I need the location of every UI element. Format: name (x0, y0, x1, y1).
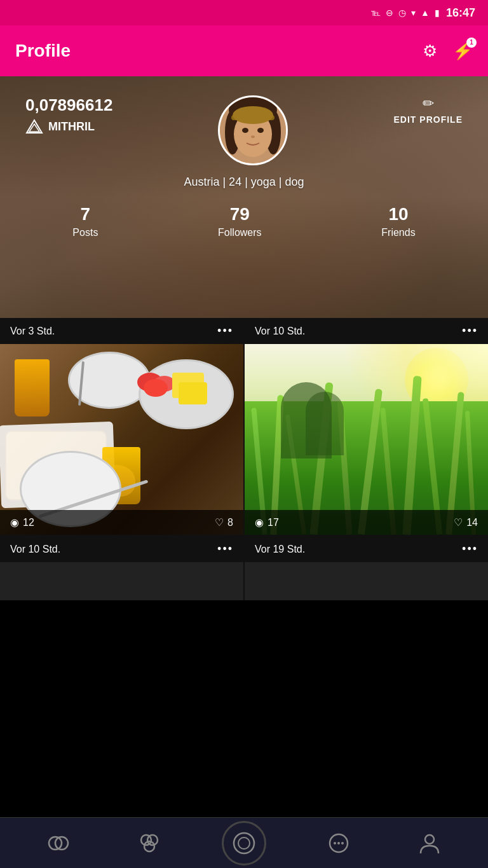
views-icon: ◉ (10, 516, 19, 528)
post-row-2: Vor 10 Std. ••• Vor 19 Std. ••• (0, 536, 488, 600)
post-4-time: Vor 19 Std. (255, 544, 305, 555)
person-icon (418, 832, 441, 855)
token-name: MITHRIL (48, 120, 95, 134)
heart-icon: ♡ (215, 516, 224, 528)
nav-explore[interactable] (130, 824, 168, 862)
nature-image-bg (245, 344, 488, 535)
profile-avatar (218, 95, 288, 165)
nav-discover[interactable] (39, 824, 78, 862)
post-4-header: Vor 19 Std. ••• (245, 536, 488, 562)
glass-1 (15, 359, 50, 417)
gear-icon: ⚙ (423, 41, 437, 60)
avatar-image (220, 97, 286, 163)
svg-point-18 (238, 837, 250, 849)
post-2-image[interactable]: ◉ 17 ♡ 14 (245, 344, 488, 535)
post-row-1: Vor 3 Std. ••• (0, 318, 488, 535)
posts-label: Posts (72, 227, 98, 238)
food-items (137, 373, 207, 417)
status-icons: ℡ ⊖ ◷ ▾ ▲ ▮ (371, 8, 440, 18)
profile-hero: 0,07896612 MITHRIL (0, 76, 488, 318)
post-2-view-count: 17 (268, 517, 279, 528)
capture-icon (231, 830, 257, 856)
followers-stat[interactable]: 79 Followers (218, 204, 261, 238)
wifi-icon: ▾ (411, 8, 416, 18)
signal-icon: ▲ (421, 8, 430, 18)
clock-icon: ◷ (398, 8, 406, 18)
profile-stats: 7 Posts 79 Followers 10 Friends (0, 204, 488, 238)
post-2-like-count: 14 (466, 517, 478, 528)
bluetooth-icon: ℡ (371, 8, 381, 18)
views-icon-2: ◉ (255, 516, 264, 528)
svg-point-17 (234, 833, 254, 853)
profile-avatar-container (218, 95, 288, 165)
heart-icon-2: ♡ (454, 516, 463, 528)
post-1: Vor 3 Std. ••• (0, 318, 243, 535)
minus-icon: ⊖ (386, 8, 393, 18)
profile-content: 0,07896612 MITHRIL (0, 76, 488, 238)
post-2-likes[interactable]: ♡ 14 (454, 516, 478, 528)
friends-stat[interactable]: 10 Friends (381, 204, 415, 238)
profile-bio: Austria | 24 | yoga | dog (184, 176, 304, 189)
bottom-nav (0, 817, 488, 868)
nav-profile[interactable] (410, 824, 449, 862)
circles-icon (138, 832, 161, 855)
post-2-footer: ◉ 17 ♡ 14 (245, 510, 488, 535)
rings-icon (47, 832, 70, 855)
post-3-more-button[interactable]: ••• (217, 542, 233, 556)
post-3: Vor 10 Std. ••• (0, 536, 243, 600)
nav-capture[interactable] (222, 821, 266, 865)
post-3-partial-image (0, 562, 243, 600)
notifications-button[interactable]: ⚡ 1 (452, 41, 473, 61)
mithril-icon (25, 119, 43, 134)
post-4-more-button[interactable]: ••• (462, 542, 478, 556)
edit-icon: ✏ (423, 95, 434, 112)
post-1-like-count: 8 (227, 517, 233, 528)
settings-button[interactable]: ⚙ (423, 41, 437, 61)
post-2-more-button[interactable]: ••• (462, 324, 478, 338)
post-1-more-button[interactable]: ••• (217, 324, 233, 338)
posts-stat[interactable]: 7 Posts (72, 204, 98, 238)
post-2: Vor 10 Std. ••• (245, 318, 488, 535)
edit-profile-label: EDIT PROFILE (394, 114, 463, 125)
post-1-views: ◉ 12 (10, 516, 34, 528)
app-header: Profile ⚙ ⚡ 1 (0, 25, 488, 76)
status-time: 16:47 (446, 6, 475, 20)
svg-marker-0 (27, 120, 42, 133)
profile-mithril: MITHRIL (25, 119, 112, 134)
post-2-header: Vor 10 Std. ••• (245, 318, 488, 344)
profile-balance: 0,07896612 (25, 95, 112, 115)
post-3-header: Vor 10 Std. ••• (0, 536, 243, 562)
post-1-time: Vor 3 Std. (10, 326, 55, 337)
nav-messages[interactable] (320, 824, 358, 862)
edit-profile-button[interactable]: ✏ EDIT PROFILE (394, 95, 463, 125)
notification-badge: 1 (466, 38, 477, 48)
svg-point-9 (251, 135, 255, 138)
svg-point-21 (337, 842, 340, 844)
svg-point-22 (341, 842, 344, 844)
svg-point-16 (144, 841, 154, 851)
post-1-view-count: 12 (23, 517, 34, 528)
svg-point-7 (242, 128, 248, 133)
bottom-spacer (0, 600, 488, 651)
post-2-views: ◉ 17 (255, 516, 279, 528)
chat-icon (327, 832, 350, 855)
post-3-time: Vor 10 Std. (10, 544, 60, 555)
svg-point-15 (147, 835, 158, 845)
profile-user-info: 0,07896612 MITHRIL (25, 95, 112, 134)
svg-point-8 (257, 128, 264, 133)
post-1-likes[interactable]: ♡ 8 (215, 516, 233, 528)
post-1-header: Vor 3 Std. ••• (0, 318, 243, 344)
friends-count: 10 (388, 204, 408, 224)
posts-count: 7 (81, 204, 91, 224)
svg-point-23 (425, 835, 434, 844)
post-4: Vor 19 Std. ••• (245, 536, 488, 600)
post-1-image[interactable]: ◉ 12 ♡ 8 (0, 344, 243, 535)
followers-label: Followers (218, 227, 261, 238)
food-image-bg (0, 344, 243, 535)
battery-icon: ▮ (435, 8, 440, 18)
posts-grid: Vor 3 Std. ••• (0, 318, 488, 600)
header-actions: ⚙ ⚡ 1 (423, 41, 473, 61)
svg-point-20 (334, 842, 336, 844)
page-title: Profile (15, 41, 71, 61)
profile-top-row: 0,07896612 MITHRIL (0, 95, 488, 165)
